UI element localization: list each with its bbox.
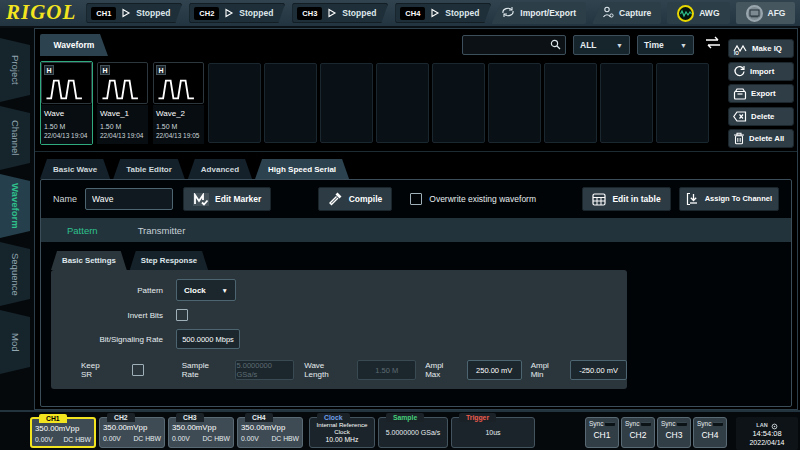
h-badge: H	[156, 65, 166, 75]
import-button[interactable]: Import	[728, 62, 794, 81]
chevron-down-icon: ▼	[680, 42, 687, 49]
delete-icon	[733, 111, 747, 122]
waveform-slot-empty	[656, 63, 709, 143]
sync-ch4-button[interactable]: Sync CH4	[693, 417, 727, 448]
search-input[interactable]	[467, 41, 550, 50]
export-button[interactable]: Export	[728, 84, 794, 103]
afg-icon	[746, 5, 763, 22]
invert-bits-checkbox[interactable]	[176, 309, 188, 321]
footer-channel-ch1[interactable]: CH1 350.00mVpp 0.00V DC HBW	[30, 417, 96, 448]
tab-pattern[interactable]: Pattern	[67, 225, 98, 236]
channel-status-ch2[interactable]: CH2 Stopped	[189, 3, 285, 23]
footer-clock-block[interactable]: Clock Internal Reference Clock 10.00 MHz	[309, 417, 375, 448]
delete-all-button[interactable]: Delete All	[728, 129, 794, 148]
awg-app-button[interactable]: AWG	[667, 2, 729, 24]
waveform-slot-empty	[264, 63, 317, 143]
editor-toolbar: Name Edit Marker Compile Overwrite exist…	[41, 180, 791, 218]
footer-channel-ch4[interactable]: CH4 350.00mVpp 0.00V DC HBW	[237, 417, 303, 448]
channel-status-ch4[interactable]: CH4 Stopped	[395, 3, 491, 23]
footer-sample-block[interactable]: Sample 5.0000000 GSa/s	[378, 417, 448, 448]
keep-sr-checkbox[interactable]	[132, 364, 143, 376]
make-iq-button[interactable]: IQ Make IQ	[728, 39, 794, 58]
sort-direction-button[interactable]	[701, 35, 725, 55]
waveform-date: 22/04/13 19:04	[100, 132, 146, 139]
footer-channel-ch2[interactable]: CH2 350.00mVpp 0.00V DC HBW	[99, 417, 165, 448]
waveform-name: Wave_1	[100, 109, 146, 118]
sample-rate-field: 5.0000000 GSa/s	[235, 360, 294, 380]
pulse-waveform-icon	[156, 75, 202, 103]
assign-to-channel-button[interactable]: Assign To Channel	[679, 187, 779, 211]
sync-group: Sync CH1 Sync CH2 Sync CH3	[585, 417, 727, 448]
waveform-slot-empty	[320, 63, 373, 143]
delete-button[interactable]: Delete	[728, 107, 794, 126]
channel-mode: DC HBW	[271, 435, 299, 442]
pattern-dropdown[interactable]: Clock ▼	[176, 279, 236, 301]
capture-button[interactable]: Capture	[592, 2, 661, 24]
channel-offset: 0.00V	[172, 435, 190, 442]
keep-sr-label: Keep SR	[81, 361, 111, 379]
compile-button[interactable]: Compile	[318, 187, 393, 211]
sync-led	[677, 422, 687, 426]
system-status-block: LAN 14:54:08 2022/04/14	[736, 417, 798, 450]
sync-led	[605, 422, 615, 426]
system-date: 2022/04/14	[749, 439, 784, 446]
sort-filter-dropdown[interactable]: Time ▼	[637, 35, 694, 55]
channel-status-ch3[interactable]: CH3 Stopped	[292, 3, 388, 23]
waveform-name: Wave	[44, 109, 90, 118]
channel-status-ch1[interactable]: CH1 Stopped	[86, 3, 182, 23]
type-filter-dropdown[interactable]: ALL ▼	[573, 35, 630, 55]
tab-table-editor[interactable]: Table Editor	[113, 159, 185, 179]
sidebar-item-channel[interactable]: Channel	[0, 106, 30, 170]
import-export-button[interactable]: Import/Export	[491, 2, 586, 24]
tab-basic-settings[interactable]: Basic Settings	[51, 251, 127, 270]
wave-length-field: 1.50 M	[357, 360, 416, 380]
edit-marker-button[interactable]: Edit Marker	[183, 187, 271, 211]
editor-tabs: Basic Wave Table Editor Advanced High Sp…	[40, 159, 797, 179]
search-icon[interactable]	[550, 36, 561, 54]
channel-status-group: CH1 Stopped CH2 Stopped CH3 Stopped CH4 …	[86, 3, 491, 23]
pulse-waveform-icon	[44, 75, 90, 103]
clock-frequency: 10.00 MHz	[310, 436, 374, 443]
sidebar-item-mod[interactable]: Mod	[0, 310, 30, 374]
ampl-min-field[interactable]: -250.00 mV	[570, 360, 627, 380]
play-icon	[327, 8, 337, 18]
export-icon	[733, 88, 747, 100]
awg-icon	[677, 5, 694, 22]
footer-trigger-block[interactable]: Trigger 10us	[451, 417, 535, 448]
sync-ch3-button[interactable]: Sync CH3	[657, 417, 691, 448]
waveform-name-input[interactable]	[85, 188, 173, 210]
sync-ch1-button[interactable]: Sync CH1	[585, 417, 619, 448]
tab-step-response[interactable]: Step Response	[130, 251, 208, 270]
bit-rate-field[interactable]: 500.0000 Mbps	[176, 329, 240, 349]
channel-amplitude: 350.00mVpp	[103, 423, 161, 432]
waveform-item-wave[interactable]: H Wave 1.50 M 22/04/13 19:04	[40, 61, 93, 145]
edit-in-table-button[interactable]: Edit in table	[582, 187, 670, 211]
waveform-slot-empty	[544, 63, 597, 143]
tab-basic-wave[interactable]: Basic Wave	[40, 159, 110, 179]
trigger-value: 10us	[485, 429, 500, 436]
afg-app-button[interactable]: AFG	[736, 2, 796, 24]
waveform-thumbnail: H	[97, 62, 148, 104]
channel-amplitude: 350.00mVpp	[35, 424, 91, 433]
waveform-browser: Waveform ALL ▼ Time ▼	[35, 34, 797, 152]
settings-tabs: Basic Settings Step Response	[51, 251, 791, 270]
tab-transmitter[interactable]: Transmitter	[138, 225, 186, 236]
waveform-slot-empty	[208, 63, 261, 143]
sidebar-item-sequence[interactable]: Sequence	[0, 242, 30, 306]
waveform-item-wave1[interactable]: H Wave_1 1.50 M 22/04/13 19:04	[96, 61, 149, 145]
waveform-size: 1.50 M	[44, 123, 90, 130]
channel-mode: DC HBW	[63, 436, 91, 443]
tab-advanced[interactable]: Advanced	[188, 159, 252, 179]
rigol-logo: RIGOL	[0, 0, 86, 27]
waveform-item-wave2[interactable]: H Wave_2 1.50 M 22/04/13 19:05	[152, 61, 205, 145]
sidebar-item-project[interactable]: Project	[0, 38, 30, 102]
waveform-size: 1.50 M	[156, 123, 202, 130]
sidebar-item-waveform[interactable]: Waveform	[0, 174, 30, 238]
tab-waveform-list[interactable]: Waveform	[40, 34, 108, 56]
tab-high-speed-serial[interactable]: High Speed Serial	[255, 159, 349, 179]
overwrite-checkbox[interactable]	[410, 193, 422, 205]
sync-ch2-button[interactable]: Sync CH2	[621, 417, 655, 448]
footer-channel-ch3[interactable]: CH3 350.00mVpp 0.00V DC HBW	[168, 417, 234, 448]
waveform-slot-empty	[600, 63, 653, 143]
ampl-max-field[interactable]: 250.00 mV	[467, 360, 522, 380]
